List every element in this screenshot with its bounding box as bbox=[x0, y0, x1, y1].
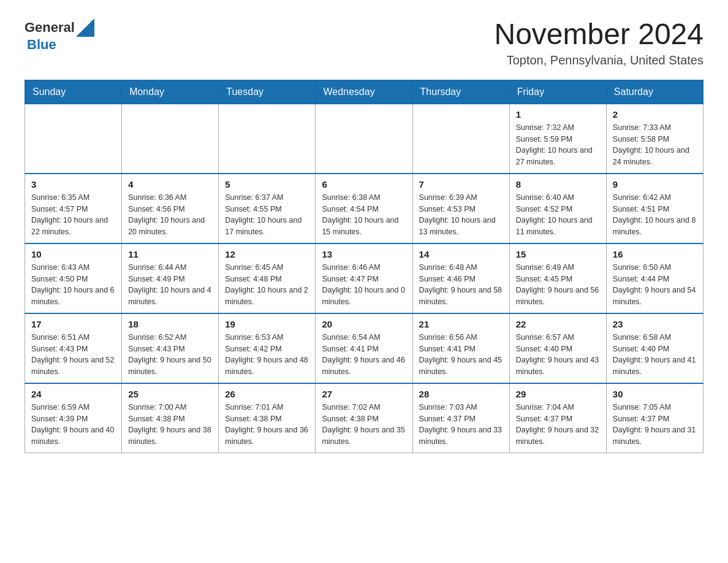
calendar-cell: 25Sunrise: 7:00 AM Sunset: 4:38 PM Dayli… bbox=[122, 383, 219, 453]
day-info: Sunrise: 6:59 AM Sunset: 4:39 PM Dayligh… bbox=[31, 402, 115, 448]
day-number: 16 bbox=[613, 249, 697, 259]
day-number: 4 bbox=[128, 179, 212, 190]
day-number: 18 bbox=[128, 319, 212, 329]
calendar-cell: 28Sunrise: 7:03 AM Sunset: 4:37 PM Dayli… bbox=[412, 383, 509, 453]
calendar-cell: 11Sunrise: 6:44 AM Sunset: 4:49 PM Dayli… bbox=[122, 243, 219, 313]
calendar-cell bbox=[316, 104, 412, 174]
day-info: Sunrise: 6:52 AM Sunset: 4:43 PM Dayligh… bbox=[128, 332, 212, 378]
calendar-cell: 10Sunrise: 6:43 AM Sunset: 4:50 PM Dayli… bbox=[25, 243, 122, 313]
calendar-cell: 6Sunrise: 6:38 AM Sunset: 4:54 PM Daylig… bbox=[316, 174, 412, 243]
calendar-cell: 22Sunrise: 6:57 AM Sunset: 4:40 PM Dayli… bbox=[509, 313, 606, 383]
column-header-friday: Friday bbox=[509, 80, 606, 104]
calendar-cell: 26Sunrise: 7:01 AM Sunset: 4:38 PM Dayli… bbox=[219, 383, 316, 453]
calendar-cell: 15Sunrise: 6:49 AM Sunset: 4:45 PM Dayli… bbox=[509, 243, 606, 313]
day-number: 2 bbox=[613, 109, 697, 120]
day-number: 23 bbox=[613, 319, 697, 329]
day-info: Sunrise: 6:40 AM Sunset: 4:52 PM Dayligh… bbox=[516, 192, 600, 238]
week-row-5: 24Sunrise: 6:59 AM Sunset: 4:39 PM Dayli… bbox=[25, 383, 703, 453]
svg-marker-0 bbox=[76, 18, 94, 37]
page-header: General Blue November 2024 Topton, Penns… bbox=[25, 18, 703, 67]
day-number: 26 bbox=[225, 389, 309, 399]
day-number: 3 bbox=[31, 179, 115, 190]
day-info: Sunrise: 7:05 AM Sunset: 4:37 PM Dayligh… bbox=[613, 402, 697, 448]
day-number: 12 bbox=[225, 249, 309, 259]
day-number: 11 bbox=[128, 249, 212, 259]
calendar-header-row: SundayMondayTuesdayWednesdayThursdayFrid… bbox=[25, 80, 703, 104]
day-info: Sunrise: 6:37 AM Sunset: 4:55 PM Dayligh… bbox=[225, 192, 309, 238]
day-info: Sunrise: 7:03 AM Sunset: 4:37 PM Dayligh… bbox=[419, 402, 503, 448]
day-info: Sunrise: 7:01 AM Sunset: 4:38 PM Dayligh… bbox=[225, 402, 309, 448]
logo-icon bbox=[76, 18, 94, 37]
column-header-sunday: Sunday bbox=[25, 80, 122, 104]
day-info: Sunrise: 6:43 AM Sunset: 4:50 PM Dayligh… bbox=[31, 262, 115, 308]
day-number: 27 bbox=[322, 389, 406, 399]
day-number: 14 bbox=[419, 249, 503, 259]
logo-general-text: General bbox=[25, 20, 75, 36]
calendar-cell: 14Sunrise: 6:48 AM Sunset: 4:46 PM Dayli… bbox=[412, 243, 509, 313]
day-info: Sunrise: 6:44 AM Sunset: 4:49 PM Dayligh… bbox=[128, 262, 212, 308]
day-number: 17 bbox=[31, 319, 115, 329]
day-info: Sunrise: 6:36 AM Sunset: 4:56 PM Dayligh… bbox=[128, 192, 212, 238]
calendar-cell: 27Sunrise: 7:02 AM Sunset: 4:38 PM Dayli… bbox=[316, 383, 412, 453]
calendar-cell: 29Sunrise: 7:04 AM Sunset: 4:37 PM Dayli… bbox=[509, 383, 606, 453]
calendar-cell: 9Sunrise: 6:42 AM Sunset: 4:51 PM Daylig… bbox=[606, 174, 703, 243]
calendar-cell bbox=[25, 104, 122, 174]
column-header-wednesday: Wednesday bbox=[316, 80, 412, 104]
calendar-cell: 7Sunrise: 6:39 AM Sunset: 4:53 PM Daylig… bbox=[412, 174, 509, 243]
day-info: Sunrise: 7:32 AM Sunset: 5:59 PM Dayligh… bbox=[516, 122, 600, 168]
week-row-3: 10Sunrise: 6:43 AM Sunset: 4:50 PM Dayli… bbox=[25, 243, 703, 313]
day-info: Sunrise: 6:39 AM Sunset: 4:53 PM Dayligh… bbox=[419, 192, 503, 238]
day-info: Sunrise: 7:33 AM Sunset: 5:58 PM Dayligh… bbox=[613, 122, 697, 168]
calendar-cell: 3Sunrise: 6:35 AM Sunset: 4:57 PM Daylig… bbox=[25, 174, 122, 243]
day-info: Sunrise: 7:00 AM Sunset: 4:38 PM Dayligh… bbox=[128, 402, 212, 448]
day-info: Sunrise: 6:58 AM Sunset: 4:40 PM Dayligh… bbox=[613, 332, 697, 378]
calendar-cell: 2Sunrise: 7:33 AM Sunset: 5:58 PM Daylig… bbox=[606, 104, 703, 174]
column-header-thursday: Thursday bbox=[412, 80, 509, 104]
week-row-4: 17Sunrise: 6:51 AM Sunset: 4:43 PM Dayli… bbox=[25, 313, 703, 383]
day-info: Sunrise: 6:42 AM Sunset: 4:51 PM Dayligh… bbox=[613, 192, 697, 238]
month-title: November 2024 bbox=[494, 18, 703, 51]
calendar-cell: 21Sunrise: 6:56 AM Sunset: 4:41 PM Dayli… bbox=[412, 313, 509, 383]
day-number: 6 bbox=[322, 179, 406, 190]
day-number: 30 bbox=[613, 389, 697, 399]
day-number: 7 bbox=[419, 179, 503, 190]
week-row-1: 1Sunrise: 7:32 AM Sunset: 5:59 PM Daylig… bbox=[25, 104, 703, 174]
calendar-cell bbox=[412, 104, 509, 174]
column-header-tuesday: Tuesday bbox=[219, 80, 316, 104]
day-info: Sunrise: 6:57 AM Sunset: 4:40 PM Dayligh… bbox=[516, 332, 600, 378]
day-number: 8 bbox=[516, 179, 600, 190]
day-info: Sunrise: 6:54 AM Sunset: 4:41 PM Dayligh… bbox=[322, 332, 406, 378]
day-info: Sunrise: 6:38 AM Sunset: 4:54 PM Dayligh… bbox=[322, 192, 406, 238]
calendar-cell: 5Sunrise: 6:37 AM Sunset: 4:55 PM Daylig… bbox=[219, 174, 316, 243]
calendar-cell: 4Sunrise: 6:36 AM Sunset: 4:56 PM Daylig… bbox=[122, 174, 219, 243]
calendar-cell: 17Sunrise: 6:51 AM Sunset: 4:43 PM Dayli… bbox=[25, 313, 122, 383]
day-number: 25 bbox=[128, 389, 212, 399]
day-number: 21 bbox=[419, 319, 503, 329]
day-number: 9 bbox=[613, 179, 697, 190]
day-number: 19 bbox=[225, 319, 309, 329]
day-info: Sunrise: 7:04 AM Sunset: 4:37 PM Dayligh… bbox=[516, 402, 600, 448]
day-info: Sunrise: 6:45 AM Sunset: 4:48 PM Dayligh… bbox=[225, 262, 309, 308]
day-info: Sunrise: 6:56 AM Sunset: 4:41 PM Dayligh… bbox=[419, 332, 503, 378]
day-number: 20 bbox=[322, 319, 406, 329]
calendar-cell bbox=[122, 104, 219, 174]
day-info: Sunrise: 6:51 AM Sunset: 4:43 PM Dayligh… bbox=[31, 332, 115, 378]
calendar-cell bbox=[219, 104, 316, 174]
day-info: Sunrise: 6:46 AM Sunset: 4:47 PM Dayligh… bbox=[322, 262, 406, 308]
location-title: Topton, Pennsylvania, United States bbox=[494, 53, 703, 67]
day-info: Sunrise: 6:53 AM Sunset: 4:42 PM Dayligh… bbox=[225, 332, 309, 378]
logo-blue-text: Blue bbox=[27, 37, 56, 53]
calendar-cell: 16Sunrise: 6:50 AM Sunset: 4:44 PM Dayli… bbox=[606, 243, 703, 313]
day-info: Sunrise: 6:50 AM Sunset: 4:44 PM Dayligh… bbox=[613, 262, 697, 308]
title-block: November 2024 Topton, Pennsylvania, Unit… bbox=[494, 18, 703, 67]
day-number: 1 bbox=[516, 109, 600, 120]
calendar-cell: 18Sunrise: 6:52 AM Sunset: 4:43 PM Dayli… bbox=[122, 313, 219, 383]
day-number: 13 bbox=[322, 249, 406, 259]
calendar-cell: 13Sunrise: 6:46 AM Sunset: 4:47 PM Dayli… bbox=[316, 243, 412, 313]
calendar-cell: 8Sunrise: 6:40 AM Sunset: 4:52 PM Daylig… bbox=[509, 174, 606, 243]
day-number: 28 bbox=[419, 389, 503, 399]
day-info: Sunrise: 6:49 AM Sunset: 4:45 PM Dayligh… bbox=[516, 262, 600, 308]
day-number: 29 bbox=[516, 389, 600, 399]
day-number: 22 bbox=[516, 319, 600, 329]
calendar-table: SundayMondayTuesdayWednesdayThursdayFrid… bbox=[25, 80, 703, 453]
